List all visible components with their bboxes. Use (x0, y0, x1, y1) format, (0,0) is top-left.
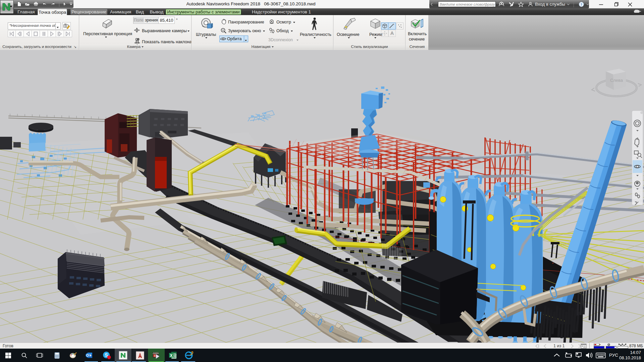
svg-text:X: X (170, 353, 172, 358)
svg-text:?: ? (581, 2, 582, 6)
svg-text:Слева: Слева (610, 78, 623, 83)
svg-text:O: O (86, 354, 89, 357)
svg-text:3: 3 (154, 355, 155, 357)
